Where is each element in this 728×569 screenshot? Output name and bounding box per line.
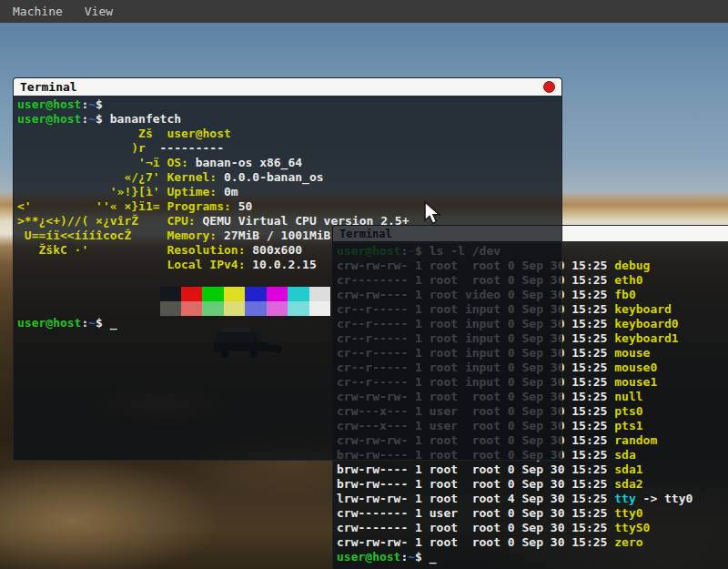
palette-swatch [202, 287, 223, 301]
terminal-line: brw-rw---- 1 root root 0 Sep 30 15:25 sd… [337, 462, 728, 477]
terminal-line [17, 272, 558, 287]
terminal-line: '¬ï OS: banan-os x86_64 [17, 156, 558, 170]
palette-swatch [181, 301, 202, 316]
terminal1-titlebar[interactable]: Terminal [13, 77, 562, 96]
palette-swatch [288, 301, 308, 316]
terminal-line: crw-rw-rw- 1 root root 0 Sep 30 15:25 ze… [337, 535, 728, 550]
terminal-line: crw------- 1 root root 0 Sep 30 15:25 tt… [337, 521, 728, 535]
terminal-line: U==íï<<íííîcocŽ Memory: 27MiB / 1001MiB [17, 229, 558, 243]
palette-swatch [309, 301, 330, 316]
palette-swatch [267, 287, 288, 301]
palette-swatch [181, 287, 202, 301]
palette-swatch [160, 287, 181, 301]
terminal-line: '»!}[ì' Uptime: 0m [17, 185, 558, 199]
vm-menu-bar: Machine View [0, 0, 728, 23]
palette-swatch [160, 301, 181, 316]
terminal1-content[interactable]: user@host:~$user@host:~$ bananfetch Zš u… [13, 96, 562, 461]
terminal1-title: Terminal [20, 79, 77, 96]
desktop-wallpaper: Terminal user@host:~$ ls -l /devcrw-rw-r… [0, 23, 728, 569]
terminal1-close-button[interactable] [543, 81, 555, 93]
terminal-line: <' ''« ×}ï1= Programs: 50 [17, 199, 558, 214]
terminal-line: user@host:~$ bananfetch [17, 112, 558, 127]
terminal-line: Local IPv4: 10.0.2.15 [17, 258, 558, 272]
vm-screen: Machine View Terminal user@host:~$ ls -l… [0, 0, 728, 569]
terminal-line: brw-rw---- 1 root root 0 Sep 30 15:25 sd… [337, 477, 728, 492]
palette-swatch [202, 301, 223, 316]
terminal-line [17, 301, 558, 316]
terminal-line: user@host:~$ _ [337, 550, 728, 564]
terminal-line: user@host:~$ _ [17, 316, 558, 330]
palette-swatch [224, 301, 245, 316]
terminal-line: lrw-rw-rw- 1 root root 4 Sep 30 15:25 tt… [337, 492, 728, 506]
menu-view[interactable]: View [85, 0, 113, 23]
palette-swatch [309, 287, 330, 301]
terminal-line: >**¿<+)//( ×¿vîrŽ CPU: QEMU Virtual CPU … [17, 214, 558, 229]
terminal-line: ŽškC ·' Resolution: 800x600 [17, 243, 558, 258]
palette-swatch [245, 287, 266, 301]
terminal-line: )r --------- [17, 141, 558, 156]
menu-machine[interactable]: Machine [13, 0, 63, 23]
terminal-line [17, 287, 558, 301]
palette-swatch [245, 301, 266, 316]
terminal-line: crw------- 1 user root 0 Sep 30 15:25 tt… [337, 506, 728, 521]
palette-swatch [224, 287, 245, 301]
terminal-line: «/¿7' Kernel: 0.0.0-banan_os [17, 170, 558, 185]
terminal-window-foreground[interactable]: Terminal user@host:~$user@host:~$ bananf… [13, 77, 562, 461]
mouse-cursor [424, 201, 442, 227]
palette-swatch [267, 301, 288, 316]
palette-swatch [288, 287, 308, 301]
terminal-line: Zš user@host [17, 127, 558, 141]
terminal-line: user@host:~$ [17, 97, 558, 112]
